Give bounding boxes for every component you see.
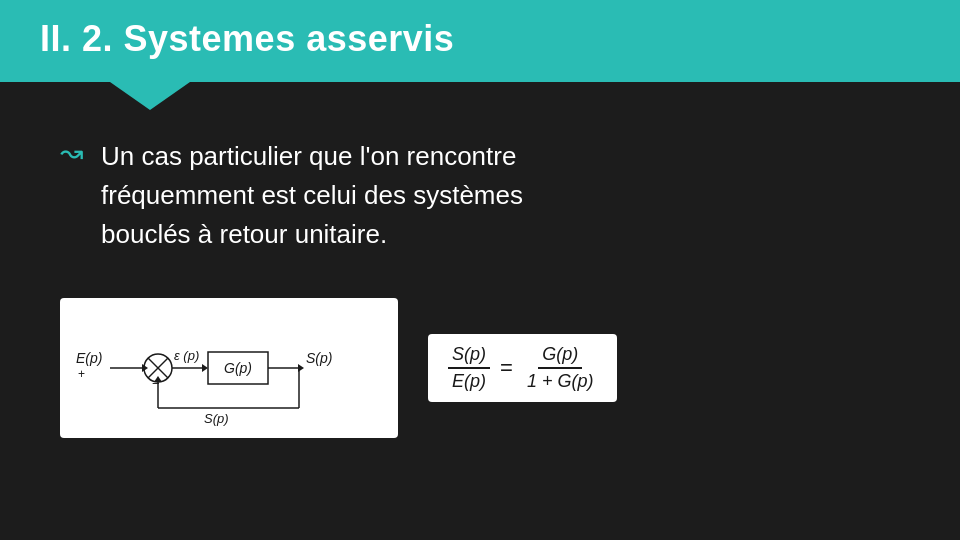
slide: II. 2. Systemes asservis ↝ Un cas partic…: [0, 0, 960, 540]
svg-text:G(p): G(p): [224, 360, 252, 376]
bullet-icon: ↝: [60, 139, 83, 167]
frac-numerator-gp: G(p): [538, 344, 582, 369]
svg-marker-9: [202, 364, 208, 372]
equals-sign: =: [500, 355, 513, 381]
gp-fraction: G(p) 1 + G(p): [523, 344, 598, 392]
text-line1: Un cas particulier que l'on rencontre: [101, 141, 516, 171]
bullet-item: ↝ Un cas particulier que l'on rencontre …: [60, 137, 900, 254]
svg-text:+: +: [78, 367, 85, 381]
frac-denominator-ep: E(p): [448, 369, 490, 392]
svg-text:E(p): E(p): [76, 350, 102, 366]
formula-diagram: S(p) E(p) = G(p) 1 + G(p): [428, 334, 617, 402]
block-diagram-svg: E(p) + − ε (p) G(p): [74, 308, 384, 428]
frac-denominator-1gp: 1 + G(p): [523, 369, 598, 392]
frac-numerator-sp: S(p): [448, 344, 490, 369]
svg-text:S(p): S(p): [306, 350, 332, 366]
slide-content: ↝ Un cas particulier que l'on rencontre …: [0, 82, 960, 278]
slide-title: II. 2. Systemes asservis: [40, 18, 920, 60]
block-diagram: E(p) + − ε (p) G(p): [60, 298, 398, 438]
svg-text:S(p): S(p): [204, 411, 229, 426]
diagrams-row: E(p) + − ε (p) G(p): [0, 298, 960, 438]
sp-fraction: S(p) E(p): [448, 344, 490, 392]
slide-header: II. 2. Systemes asservis: [0, 0, 960, 82]
text-line2: fréquemment est celui des systèmes: [101, 180, 523, 210]
bullet-text: Un cas particulier que l'on rencontre fr…: [101, 137, 523, 254]
text-line3: bouclés à retour unitaire.: [101, 219, 387, 249]
transfer-function: S(p) E(p) = G(p) 1 + G(p): [444, 344, 601, 392]
svg-text:ε (p): ε (p): [174, 348, 199, 363]
